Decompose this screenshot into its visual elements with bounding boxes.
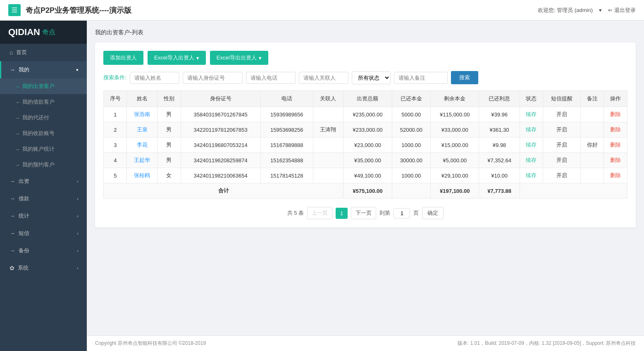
cell-remark: [580, 107, 603, 122]
cell-paid-principal: 1000.00: [392, 168, 431, 183]
cell-name: 王泉: [127, 122, 157, 138]
content-card: 添加出资人 Excel导入出资人 ▾ Excel导出出资人 ▾ 搜索条件: 所: [95, 43, 636, 228]
sidebar-item-system[interactable]: ✿ 系统 ‹: [0, 259, 87, 277]
cell-action: 删除: [604, 138, 627, 153]
search-button[interactable]: 搜索: [451, 71, 478, 84]
sidebar-item-system-label: 系统: [18, 264, 29, 272]
sidebar-subitem-my-reservation[interactable]: → 我的预约客户: [0, 157, 87, 173]
total-interest: ¥7,773.88: [479, 183, 520, 199]
cell-phone: 15936989656: [260, 107, 313, 122]
sidebar-subitem-my-invest[interactable]: → 我的出资客户: [0, 78, 87, 94]
sidebar-item-home[interactable]: ⌂ 首页: [0, 44, 87, 61]
sidebar-item-invest[interactable]: → 出资 ‹: [0, 173, 87, 190]
page-confirm-button[interactable]: 确定: [422, 207, 444, 219]
cell-total: ¥23,000.00: [343, 138, 392, 153]
page-number-input[interactable]: [394, 208, 410, 218]
current-page-button[interactable]: 1: [336, 208, 348, 219]
cell-gender: 男: [157, 138, 181, 153]
header-left: ☰ 奇点P2P业务管理系统----演示版: [8, 4, 131, 16]
sidebar-subitem-my-repay[interactable]: → 我的代还付: [0, 110, 87, 126]
delete-button[interactable]: 删除: [610, 141, 621, 149]
import-excel-button[interactable]: Excel导入出资人 ▾: [148, 51, 206, 65]
loan-arrow-icon: ‹: [77, 196, 79, 201]
search-id-input[interactable]: [183, 72, 243, 84]
sms-icon: →: [10, 230, 15, 237]
delete-button[interactable]: 删除: [610, 172, 621, 179]
cell-name: 张浩南: [127, 107, 157, 122]
prev-page-button[interactable]: 上一页: [307, 207, 332, 219]
table-row: 5 张桂鸥 女 342401198210063654 15178145128 ¥…: [104, 168, 627, 183]
search-contact-input[interactable]: [299, 72, 348, 84]
status-badge: 续存: [526, 157, 537, 163]
add-investor-button[interactable]: 添加出资人: [103, 51, 143, 65]
cell-interest: ¥39.96: [479, 107, 520, 122]
sidebar-item-backup[interactable]: → 备份 ‹: [0, 242, 87, 259]
cell-paid-principal: 30000.00: [392, 153, 431, 168]
logout-button[interactable]: ⇐ 退出登录: [608, 7, 636, 14]
th-interest: 已还利息: [479, 91, 520, 107]
sidebar-item-loan[interactable]: → 借款 ‹: [0, 190, 87, 207]
cell-total: ¥233,000.00: [343, 122, 392, 138]
sidebar-item-invest-label: 出资: [19, 178, 29, 185]
sidebar-subitem-my-account[interactable]: → 我的收款账号: [0, 126, 87, 141]
cell-remaining: ¥115,000.00: [431, 107, 479, 122]
sidebar-item-backup-label: 备份: [19, 247, 29, 254]
cell-interest: ¥7,352.64: [479, 153, 520, 168]
cell-gender: 女: [157, 168, 181, 183]
search-status-select[interactable]: 所有状态 续存 到期 结清: [352, 71, 391, 84]
export-dropdown-arrow-icon: ▾: [259, 55, 262, 61]
search-name-input[interactable]: [130, 72, 179, 84]
name-link[interactable]: 张桂鸥: [134, 172, 150, 178]
backup-icon: →: [10, 247, 15, 254]
export-excel-button[interactable]: Excel导出出资人 ▾: [210, 51, 268, 65]
goto-label: 到第: [379, 209, 390, 217]
th-phone: 电话: [260, 91, 313, 107]
name-link[interactable]: 李花: [137, 142, 148, 148]
name-link[interactable]: 王泉: [137, 126, 148, 133]
th-seq: 序号: [104, 91, 127, 107]
cell-remaining: ¥33,000.00: [431, 122, 479, 138]
cell-remark: [580, 168, 603, 183]
th-name: 姓名: [127, 91, 157, 107]
data-table: 序号 姓名 性别 身份证号 电话 关联人 出资总额 已还本金 剩余本金 已还利息…: [103, 90, 627, 199]
sidebar-subitem-repay-label: 我的代还付: [22, 114, 49, 121]
cell-seq: 5: [104, 168, 127, 183]
delete-button[interactable]: 删除: [610, 157, 621, 164]
cell-seq: 1: [104, 107, 127, 122]
th-gender: 性别: [157, 91, 181, 107]
footer: Copyright 苏州奇点智能科技有限公司 ©2018-2019 版本: 1.…: [87, 335, 644, 351]
th-total: 出资总额: [343, 91, 392, 107]
import-dropdown-arrow-icon: ▾: [196, 55, 199, 61]
total-label: 合计: [104, 183, 343, 199]
sidebar-item-my[interactable]: → 我的 ▾: [0, 61, 87, 78]
cell-action: 删除: [604, 122, 627, 138]
logout-icon: ⇐: [608, 7, 613, 13]
table-total-row: 合计 ¥575,100.00 ¥197,100.00 ¥7,773.88: [104, 183, 627, 199]
next-page-button[interactable]: 下一页: [351, 207, 376, 219]
menu-toggle-button[interactable]: ☰: [8, 4, 21, 16]
th-sms: 短信提醒: [543, 91, 581, 107]
search-remark-input[interactable]: [394, 72, 448, 84]
delete-button[interactable]: 删除: [610, 126, 621, 133]
th-paid-principal: 已还本金: [392, 91, 431, 107]
copyright-text: Copyright 苏州奇点智能科技有限公司 ©2018-2019: [95, 340, 206, 347]
sidebar-subitem-my-loan[interactable]: → 我的借款客户: [0, 94, 87, 110]
search-phone-input[interactable]: [246, 72, 296, 84]
sidebar-item-home-label: 首页: [16, 49, 27, 56]
name-link[interactable]: 王起华: [134, 157, 150, 163]
name-link[interactable]: 张浩南: [134, 111, 150, 117]
stats-icon: →: [10, 213, 15, 219]
cell-action: 删除: [604, 107, 627, 122]
sidebar-item-sms[interactable]: → 短信 ‹: [0, 225, 87, 242]
sidebar-item-stats[interactable]: → 统计 ‹: [0, 207, 87, 225]
home-icon: ⌂: [10, 49, 13, 56]
cell-sms: 开启: [543, 168, 581, 183]
table-row: 4 王起华 男 342401196208259874 15162354888 ¥…: [104, 153, 627, 168]
logout-label: 退出登录: [614, 7, 636, 14]
cell-contact: [313, 153, 343, 168]
sidebar-subitem-my-stats[interactable]: → 我的账户统计: [0, 141, 87, 157]
header-dropdown-arrow[interactable]: ▾: [599, 7, 602, 13]
cell-contact: [313, 138, 343, 153]
delete-button[interactable]: 删除: [610, 111, 621, 118]
th-remark: 备注: [580, 91, 603, 107]
